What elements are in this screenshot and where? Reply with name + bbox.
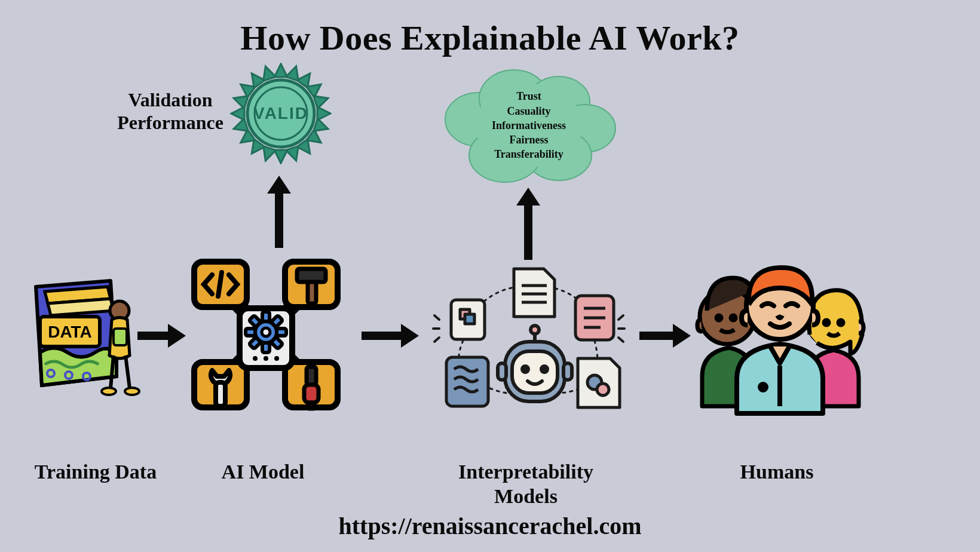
cloud-text: Trust Casuality Informativeness Fairness… [436, 66, 621, 185]
svg-rect-30 [309, 403, 314, 409]
svg-rect-33 [262, 312, 270, 321]
svg-line-38 [434, 315, 439, 320]
cloud-item: Fairness [510, 133, 549, 147]
svg-point-62 [531, 326, 539, 334]
svg-point-36 [264, 356, 268, 361]
svg-point-35 [253, 356, 258, 361]
svg-point-67 [731, 315, 736, 320]
arrow-interp-to-cloud [524, 203, 532, 260]
training-data-icon: DATA [21, 269, 140, 400]
label-interpretability: Interpretability Models [418, 460, 633, 509]
arrow-data-to-model [137, 332, 170, 340]
svg-line-43 [618, 338, 623, 342]
svg-point-18 [102, 388, 116, 395]
svg-point-60 [541, 366, 547, 372]
svg-point-37 [274, 356, 279, 361]
cloud-item: Casuality [507, 104, 550, 118]
footer-url: https://renaissancerachel.com [0, 512, 980, 540]
cloud-item: Transferability [494, 147, 564, 161]
ai-model-icon [182, 251, 350, 418]
valid-badge-text: VALID [253, 104, 308, 123]
valid-badge: VALID [230, 63, 332, 164]
svg-line-17 [125, 355, 130, 388]
svg-point-34 [262, 328, 270, 336]
label-humans: Humans [699, 460, 855, 484]
svg-rect-28 [307, 367, 316, 385]
page-title: How Does Explainable AI Work? [0, 18, 980, 58]
svg-point-19 [125, 388, 139, 395]
svg-point-69 [824, 320, 829, 325]
book-label: DATA [48, 323, 92, 341]
validation-label-text: Validation Performance [117, 89, 223, 133]
svg-point-56 [597, 384, 609, 395]
svg-point-70 [838, 320, 843, 325]
svg-rect-27 [216, 382, 225, 406]
arrow-model-to-interp [362, 332, 403, 340]
validation-label: Validation Performance [105, 88, 236, 134]
svg-point-59 [522, 366, 528, 372]
svg-point-66 [716, 315, 721, 320]
label-training-data: Training Data [18, 460, 173, 484]
svg-line-40 [434, 338, 439, 342]
qualities-cloud: Trust Casuality Informativeness Fairness… [436, 66, 621, 185]
svg-line-41 [618, 315, 623, 320]
svg-rect-26 [308, 282, 316, 303]
arrow-interp-to-humans [639, 332, 675, 340]
cloud-item: Trust [516, 89, 541, 103]
interpretability-icon [421, 263, 636, 418]
humans-icon [690, 251, 869, 418]
svg-rect-49 [465, 314, 474, 324]
svg-rect-29 [304, 385, 318, 403]
label-ai-model: AI Model [197, 460, 329, 484]
svg-rect-15 [114, 329, 127, 345]
svg-rect-64 [564, 363, 572, 380]
svg-rect-63 [498, 363, 506, 380]
svg-rect-58 [512, 351, 558, 393]
svg-point-72 [760, 384, 766, 390]
cloud-item: Informativeness [492, 118, 566, 133]
arrow-model-to-validation [275, 191, 283, 248]
